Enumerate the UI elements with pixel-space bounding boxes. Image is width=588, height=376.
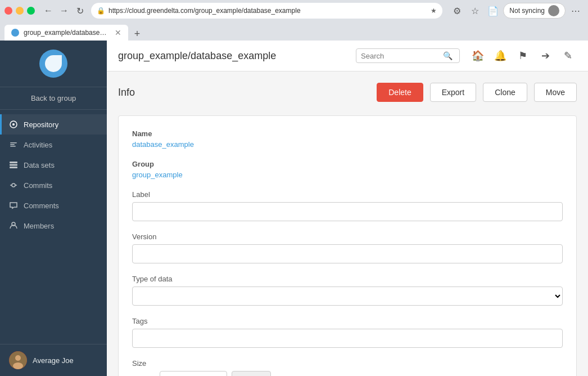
tags-form-group: Tags [132,317,563,348]
exit-icon[interactable]: ➔ [536,47,554,65]
more-options-button[interactable]: ⋯ [568,3,584,19]
sidebar-item-comments[interactable]: Comments [0,195,107,216]
browser-top-bar: ← → ↻ 🔒 ★ ⚙ ☆ 📄 Not syncing ⋯ [0,0,588,21]
user-name: Average Joe [33,356,74,365]
move-button[interactable]: Move [534,83,577,102]
svg-point-1 [12,123,15,126]
main-content: group_example/database_example 🔍 🏠 🔔 ⚑ ➔… [107,41,588,376]
tags-input[interactable] [132,329,563,348]
size-form-group: Size 327 of MB GB TB [132,359,563,376]
search-box[interactable]: 🔍 [356,48,460,63]
app-logo [39,50,67,78]
repository-icon [9,120,18,129]
sidebar-item-commits-label: Commits [24,181,52,190]
size-label: Size [132,359,563,368]
version-form-group: Version [132,232,563,263]
sidebar-item-activities-label: Activities [24,141,52,149]
group-value[interactable]: group_example [132,171,563,179]
info-section: Name database_example Group group_exampl… [118,115,577,376]
sidebar: Back to group Repository [0,41,107,376]
page-header-title: Info [118,87,370,99]
clone-button[interactable]: Clone [483,83,527,102]
maximize-window-button[interactable] [27,7,35,15]
sidebar-item-repository[interactable]: Repository [0,114,107,135]
active-tab[interactable]: group_example/database_exa... ✕ [4,25,128,41]
new-tab-button[interactable]: + [130,27,144,41]
sidebar-item-datasets-label: Data sets [24,161,55,169]
name-label: Name [132,129,563,138]
svg-point-11 [13,362,23,369]
browser-action-icons: ⚙ ☆ 📄 Not syncing ⋯ [449,3,584,19]
flag-icon[interactable]: ⚑ [514,47,532,65]
activities-icon [9,140,18,149]
repo-title: group_example/database_example [118,50,347,62]
svg-rect-6 [10,164,17,166]
top-bar-actions: 🏠 🔔 ⚑ ➔ ✎ [469,47,577,65]
group-field-group: Group group_example [132,160,563,179]
back-to-group-button[interactable]: Back to group [0,87,107,110]
version-field-label: Version [132,232,563,241]
svg-point-10 [15,355,21,361]
back-button[interactable]: ← [42,4,55,17]
home-icon[interactable]: 🏠 [469,47,487,65]
tab-close-icon[interactable]: ✕ [115,28,121,37]
export-button[interactable]: Export [430,83,476,102]
not-syncing-button[interactable]: Not syncing [503,3,566,19]
svg-rect-2 [10,142,17,144]
label-form-group: Label [132,190,563,221]
tabs-bar: group_example/database_exa... ✕ + [0,21,588,41]
tags-label: Tags [132,317,563,325]
sidebar-item-activities[interactable]: Activities [0,135,107,155]
group-label: Group [132,160,563,168]
sidebar-item-datasets[interactable]: Data sets [0,155,107,175]
comments-icon [9,201,18,210]
size-max-input[interactable] [160,371,227,376]
bookmark-icon: ★ [431,7,437,15]
address-bar[interactable]: 🔒 ★ [91,3,442,19]
type-of-data-label: Type of data [132,275,563,283]
reload-button[interactable]: ↻ [73,4,87,17]
extensions-button[interactable]: ⚙ [449,3,465,19]
sidebar-footer: Average Joe [0,344,107,376]
search-icon[interactable]: 🔍 [443,51,453,60]
forward-button[interactable]: → [57,4,71,17]
type-of-data-select[interactable]: ecoinvent Other [132,287,563,306]
datasets-icon [9,160,18,169]
sidebar-item-members[interactable]: Members [0,216,107,236]
close-window-button[interactable] [4,7,12,15]
favorites-button[interactable]: ☆ [467,3,483,19]
edit-icon[interactable]: ✎ [559,47,577,65]
browser-controls [4,7,35,15]
page-content: Info Delete Export Clone Move Name datab… [107,71,588,376]
profile-avatar [548,5,559,16]
sidebar-item-members-label: Members [24,222,54,230]
address-input[interactable] [108,7,427,15]
page-header: Info Delete Export Clone Move [118,83,577,102]
delete-button[interactable]: Delete [377,83,423,102]
sidebar-logo [0,41,107,87]
minimize-window-button[interactable] [16,7,24,15]
sidebar-item-commits[interactable]: Commits [0,175,107,195]
sidebar-item-comments-label: Comments [24,202,59,210]
browser-nav: ← → ↻ [42,4,87,17]
size-unit-select[interactable]: MB GB TB [232,371,271,376]
label-field-label: Label [132,190,563,199]
svg-rect-4 [10,146,16,147]
tab-title: group_example/database_exa... [24,29,110,37]
not-syncing-label: Not syncing [509,7,545,15]
version-input[interactable] [132,244,563,263]
sidebar-item-repository-label: Repository [24,120,58,129]
label-input[interactable] [132,202,563,221]
sidebar-nav: Repository Activities [0,110,107,344]
search-input[interactable] [361,52,440,60]
app-layout: Back to group Repository [0,41,588,376]
svg-rect-5 [10,162,17,163]
svg-rect-3 [10,144,15,145]
members-icon [9,221,18,230]
user-avatar [9,351,27,369]
browser-chrome: ← → ↻ 🔒 ★ ⚙ ☆ 📄 Not syncing ⋯ group_exam… [0,0,588,41]
tab-favicon [11,29,19,37]
svg-rect-7 [10,167,17,168]
collections-button[interactable]: 📄 [485,3,501,19]
notification-icon[interactable]: 🔔 [491,47,509,65]
